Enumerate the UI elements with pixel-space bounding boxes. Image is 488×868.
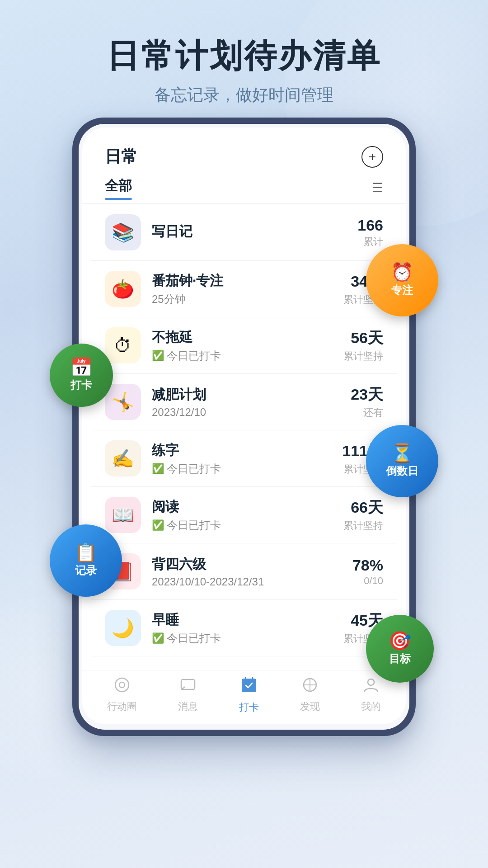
svg-point-0 (115, 678, 129, 692)
task-stats-nodelay: 56天 累计坚持 (343, 328, 383, 363)
page-subtitle: 备忘记录，做好时间管理 (0, 84, 488, 106)
task-info-nodelay: 不拖延 ✅ 今日已打卡 (152, 328, 343, 363)
punchcard-icon: 📅 (70, 358, 93, 376)
add-icon: + (369, 150, 376, 164)
task-icon-fitness: 🤸 (105, 384, 141, 420)
task-sub-fitness: 2023/12/10 (152, 406, 351, 419)
punchcard-nav-icon (240, 676, 258, 698)
task-sub-vocab: 2023/10/10-2023/12/31 (152, 576, 352, 588)
countdown-icon: ⏳ (391, 444, 413, 462)
svg-point-1 (119, 682, 125, 688)
page-title: 日常计划待办清单 (0, 36, 488, 75)
action-icon (114, 677, 130, 697)
mine-icon (363, 677, 379, 697)
nav-discover[interactable]: 发现 (300, 677, 320, 713)
nav-mine[interactable]: 我的 (361, 677, 381, 713)
task-sub-reading: ✅ 今日已打卡 (152, 518, 343, 533)
task-info-calligraphy: 练字 ✅ 今日已打卡 (152, 441, 342, 476)
task-name-fitness: 减肥计划 (152, 386, 351, 404)
task-count-nodelay: 56天 (343, 328, 383, 349)
task-item-vocab[interactable]: 📕 背四六级 2023/10/10-2023/12/31 78% 0/10 (91, 543, 397, 600)
task-sub-nodelay: ✅ 今日已打卡 (152, 349, 343, 363)
focus-label: 专注 (391, 283, 413, 297)
task-item-sleep[interactable]: 🌙 早睡 ✅ 今日已打卡 45天 累计坚持 (91, 600, 397, 656)
task-info-tomato: 番茄钟·专注 25分钟 (152, 272, 343, 307)
task-item-calligraphy[interactable]: ✍️ 练字 ✅ 今日已打卡 111天 累计坚持 (91, 430, 397, 487)
record-label: 记录 (75, 563, 97, 578)
task-name-diary: 写日记 (152, 222, 357, 241)
task-icon-tomato: 🍅 (105, 271, 141, 307)
tab-all[interactable]: 全部 (105, 177, 132, 199)
check-icon: ✅ (152, 519, 164, 531)
add-button[interactable]: + (361, 146, 383, 168)
task-icon-calligraphy: ✍️ (105, 440, 141, 476)
check-icon: ✅ (152, 632, 164, 644)
task-sub-calligraphy: ✅ 今日已打卡 (152, 462, 342, 476)
punchcard-badge[interactable]: 📅 打卡 (50, 344, 113, 407)
task-icon-reading: 📖 (105, 497, 141, 533)
task-count-sub-diary: 累计 (357, 235, 383, 249)
record-icon: 📋 (75, 543, 97, 561)
task-name-vocab: 背四六级 (152, 555, 352, 574)
task-name-nodelay: 不拖延 (152, 328, 343, 347)
task-item-reading[interactable]: 📖 阅读 ✅ 今日已打卡 66天 累计坚持 (91, 487, 397, 543)
task-name-sleep: 早睡 (152, 611, 343, 629)
nav-message[interactable]: 消息 (178, 677, 198, 713)
punchcard-nav-label: 打卡 (239, 701, 259, 714)
task-name-reading: 阅读 (152, 498, 343, 516)
message-icon (180, 677, 196, 697)
task-stats-diary: 166 累计 (357, 217, 383, 249)
focus-icon: ⏰ (391, 263, 413, 281)
svg-point-7 (368, 679, 374, 685)
task-stats-fitness: 23天 还有 (351, 384, 383, 420)
sort-button[interactable]: ☰ (372, 180, 383, 195)
task-list: 📚 写日记 166 累计 🍅 番茄钟·专注 25分钟 34次 累计坚持 (82, 204, 406, 656)
task-item-nodelay[interactable]: ⏱ 不拖延 ✅ 今日已打卡 56天 累计坚持 (91, 317, 397, 374)
task-stats-reading: 66天 累计坚持 (343, 497, 383, 533)
task-name-calligraphy: 练字 (152, 441, 342, 460)
goal-icon: 🎯 (389, 632, 411, 650)
task-item-diary[interactable]: 📚 写日记 166 累计 (91, 204, 397, 261)
sort-icon: ☰ (372, 180, 383, 195)
bottom-nav: 行动圈 消息 (82, 670, 406, 724)
countdown-badge[interactable]: ⏳ 倒数日 (366, 425, 438, 497)
record-badge[interactable]: 📋 记录 (50, 524, 122, 597)
punchcard-label: 打卡 (70, 378, 92, 392)
goal-badge[interactable]: 🎯 目标 (366, 615, 434, 683)
task-count-fitness: 23天 (351, 384, 383, 405)
task-stats-vocab: 78% 0/10 (352, 557, 383, 587)
countdown-label: 倒数日 (386, 464, 418, 478)
discover-label: 发现 (300, 700, 320, 713)
task-item-fitness[interactable]: 🤸 减肥计划 2023/12/10 23天 还有 (91, 374, 397, 430)
task-icon-diary: 📚 (105, 214, 141, 250)
task-count-vocab: 78% (352, 557, 383, 574)
discover-icon (302, 677, 318, 697)
nav-punchcard[interactable]: 打卡 (239, 676, 259, 714)
screen-title: 日常 (105, 146, 137, 168)
message-label: 消息 (178, 700, 198, 713)
nav-action[interactable]: 行动圈 (107, 677, 137, 713)
task-count-sub-reading: 累计坚持 (343, 519, 383, 533)
task-info-reading: 阅读 ✅ 今日已打卡 (152, 498, 343, 533)
phone-mockup: ⏰ 专注 📅 打卡 ⏳ 倒数日 📋 记录 🎯 目标 日常 + (72, 118, 416, 736)
goal-label: 目标 (389, 651, 411, 666)
task-info-vocab: 背四六级 2023/10/10-2023/12/31 (152, 555, 352, 588)
task-icon-sleep: 🌙 (105, 610, 141, 646)
task-count-sub-fitness: 还有 (351, 406, 383, 420)
task-info-fitness: 减肥计划 2023/12/10 (152, 386, 351, 419)
task-sub-tomato: 25分钟 (152, 292, 343, 307)
check-icon: ✅ (152, 350, 164, 362)
mine-label: 我的 (361, 700, 381, 713)
task-icon-nodelay: ⏱ (105, 327, 141, 363)
svg-rect-3 (242, 679, 256, 692)
task-count-sub-vocab: 0/10 (352, 575, 383, 587)
task-info-diary: 写日记 (152, 222, 357, 243)
check-icon: ✅ (152, 463, 164, 475)
action-label: 行动圈 (107, 700, 137, 713)
focus-badge[interactable]: ⏰ 专注 (366, 244, 438, 316)
task-count-reading: 66天 (343, 497, 383, 518)
task-count-diary: 166 (357, 217, 383, 234)
task-item-tomato[interactable]: 🍅 番茄钟·专注 25分钟 34次 累计坚持 (91, 261, 397, 317)
task-count-sub-nodelay: 累计坚持 (343, 349, 383, 363)
task-info-sleep: 早睡 ✅ 今日已打卡 (152, 611, 343, 646)
